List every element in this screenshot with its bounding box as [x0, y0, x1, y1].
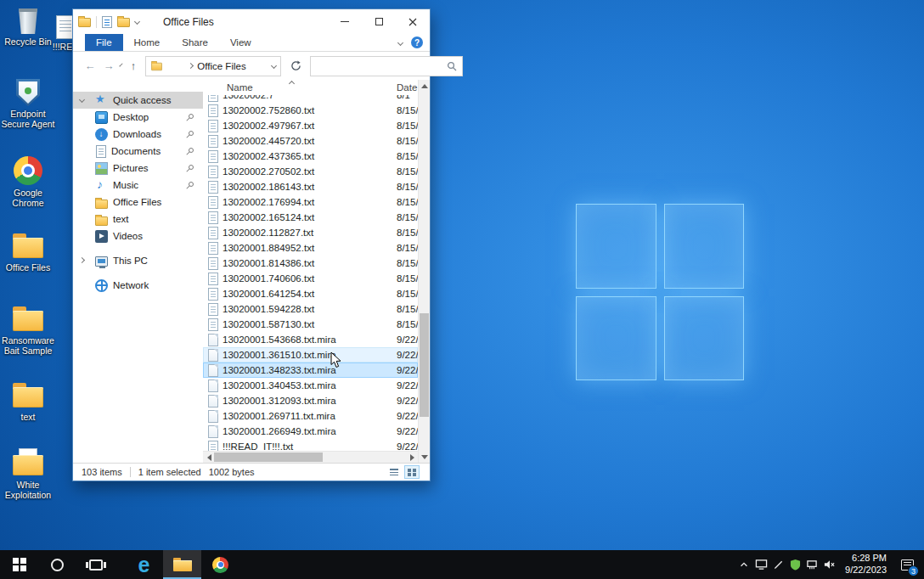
file-row[interactable]: 13020002.445720.txt8/15/ — [203, 133, 418, 149]
desktop-icon-text[interactable]: text — [1, 380, 55, 422]
file-name: 13020002.176994.txt — [223, 197, 314, 207]
volume-mute-icon[interactable] — [820, 556, 837, 573]
minimize-button[interactable] — [328, 9, 362, 34]
file-date: 9/22/ — [397, 350, 418, 360]
sidebar-item-videos[interactable]: Videos — [73, 228, 203, 245]
desktop-icon-endpoint-secure-agent[interactable]: Endpoint Secure Agent — [1, 78, 55, 129]
file-row[interactable]: 13020001.340453.txt.mira9/22/ — [203, 378, 418, 393]
taskbar-chrome-button[interactable] — [201, 550, 239, 579]
ethernet-icon[interactable] — [803, 556, 820, 573]
chevron-down-icon[interactable] — [271, 63, 277, 69]
close-button[interactable] — [396, 9, 430, 34]
details-view-button[interactable] — [386, 465, 402, 479]
title-bar[interactable]: Office Files — [73, 9, 430, 34]
collapse-icon[interactable] — [79, 97, 85, 103]
hidden-icons-chevron-icon[interactable] — [735, 556, 752, 573]
file-row[interactable]: 13020001.361510.txt.mira9/22/ — [203, 347, 418, 363]
horizontal-scroll-thumb[interactable] — [214, 453, 323, 462]
search-button[interactable] — [38, 550, 76, 579]
maximize-button[interactable] — [362, 9, 396, 34]
taskbar-file-explorer-button[interactable] — [163, 550, 201, 579]
address-bar[interactable]: Office Files — [145, 56, 281, 76]
scroll-right-arrow[interactable] — [406, 452, 418, 463]
taskbar-clock[interactable]: 6:28 PM 9/22/2023 — [837, 553, 894, 576]
column-header-date[interactable]: Date — [397, 82, 417, 93]
file-row[interactable]: 13020001.348233.txt.mira9/22/ — [203, 363, 418, 378]
search-box[interactable] — [310, 56, 463, 76]
file-row[interactable]: !!!READ_IT!!!.txt9/22/ — [203, 439, 418, 451]
start-button[interactable] — [0, 550, 38, 579]
ribbon-tab-view[interactable]: View — [219, 34, 262, 51]
display-icon[interactable] — [752, 556, 769, 573]
up-button[interactable]: ↑ — [127, 59, 140, 72]
file-row[interactable]: 13020001.543668.txt.mira9/22/ — [203, 332, 418, 347]
breadcrumb[interactable]: Office Files — [197, 61, 245, 71]
forward-button[interactable]: → — [102, 59, 116, 72]
sidebar-item-this-pc[interactable]: This PC — [73, 252, 203, 269]
file-row[interactable]: 13020001.266949.txt.mira9/22/ — [203, 424, 418, 439]
scroll-down-arrow[interactable] — [419, 451, 430, 463]
horizontal-scrollbar[interactable] — [203, 451, 418, 463]
expand-ribbon-icon[interactable] — [397, 39, 403, 45]
sidebar-item-office-files[interactable]: Office Files — [73, 194, 203, 211]
new-folder-icon[interactable] — [117, 18, 130, 27]
file-row[interactable]: 13020001.814386.txt8/15/ — [203, 256, 418, 271]
search-input[interactable] — [316, 61, 447, 71]
vertical-scrollbar[interactable] — [418, 80, 430, 463]
ribbon-tab-share[interactable]: Share — [171, 34, 219, 51]
sidebar-item-text[interactable]: text — [73, 211, 203, 228]
file-row[interactable]: 13020002.112827.txt8/15/ — [203, 225, 418, 240]
refresh-button[interactable] — [286, 56, 305, 76]
back-button[interactable]: ← — [83, 59, 97, 72]
quick-access-items: DesktopDownloadsDocumentsPicturesMusicOf… — [73, 109, 203, 245]
scroll-up-arrow[interactable] — [419, 80, 430, 92]
file-row[interactable]: 13020002.78/1 — [203, 95, 418, 103]
file-row[interactable]: 13020002.186143.txt8/15/ — [203, 179, 418, 194]
action-center-button[interactable]: 3 — [894, 550, 920, 579]
file-row[interactable]: 13020002.497967.txt8/15/ — [203, 118, 418, 133]
task-view-button[interactable] — [76, 550, 115, 579]
sidebar-item-music[interactable]: Music — [73, 177, 203, 194]
ribbon-tab-home[interactable]: Home — [123, 34, 172, 51]
file-row[interactable]: 13020001.884952.txt8/15/ — [203, 240, 418, 256]
properties-icon[interactable] — [102, 16, 112, 28]
taskbar-edge-button[interactable]: e — [125, 550, 163, 579]
chevron-down-icon[interactable] — [134, 19, 140, 25]
file-row[interactable]: 13020001.641254.txt8/15/ — [203, 286, 418, 301]
desktop-icon-ransomware-bait-sample[interactable]: Ransomware Bait Sample — [1, 304, 55, 356]
expand-icon[interactable] — [79, 257, 85, 263]
thumbnails-view-button[interactable] — [404, 465, 420, 479]
file-row[interactable]: 13020002.270502.txt8/15/ — [203, 164, 418, 179]
column-header-name[interactable]: Name — [203, 82, 253, 93]
sidebar-item-pictures[interactable]: Pictures — [73, 160, 203, 177]
file-row[interactable]: 13020002.437365.txt8/15/ — [203, 149, 418, 164]
file-row[interactable]: 13020001.587130.txt8/15/ — [203, 317, 418, 332]
file-row[interactable]: 13020001.740606.txt8/15/ — [203, 271, 418, 286]
scroll-left-arrow[interactable] — [203, 452, 215, 463]
file-row[interactable]: 13020001.312093.txt.mira9/22/ — [203, 393, 418, 408]
file-row[interactable]: 13020001.594228.txt8/15/ — [203, 301, 418, 317]
file-name: 13020001.814386.txt — [223, 258, 314, 268]
sidebar-item-downloads[interactable]: Downloads — [73, 126, 203, 143]
sidebar-item-quick-access[interactable]: Quick access — [73, 92, 203, 109]
file-row[interactable]: 13020001.269711.txt.mira9/22/ — [203, 408, 418, 424]
file-row[interactable]: 13020002.165124.txt8/15/ — [203, 210, 418, 225]
file-row[interactable]: 13020002.176994.txt8/15/ — [203, 194, 418, 210]
sidebar-item-network[interactable]: Network — [73, 277, 203, 294]
sidebar-item-desktop[interactable]: Desktop — [73, 109, 203, 126]
pen-icon[interactable] — [769, 556, 786, 573]
partial-file-row[interactable]: 13020002.78/1 — [203, 95, 418, 103]
ribbon-tab-file[interactable]: File — [85, 34, 123, 51]
security-shield-icon[interactable] — [786, 556, 803, 573]
desktop-icon-recycle-bin[interactable]: Recycle Bin — [1, 7, 55, 47]
vertical-scroll-thumb[interactable] — [420, 313, 429, 417]
recent-locations-icon[interactable] — [119, 63, 122, 66]
file-row[interactable]: 13020002.752860.txt8/15/ — [203, 103, 418, 118]
desktop-icon-google-chrome[interactable]: Google Chrome — [1, 155, 55, 208]
text-file-icon — [208, 150, 218, 163]
desktop-icon-white-exploitation[interactable]: White Exploitation — [1, 448, 55, 500]
desktop-icon-office-files[interactable]: Office Files — [1, 231, 55, 273]
sidebar-item-documents[interactable]: Documents — [73, 143, 203, 160]
file-date: 9/22/ — [397, 441, 418, 451]
help-button[interactable]: ? — [411, 37, 423, 48]
